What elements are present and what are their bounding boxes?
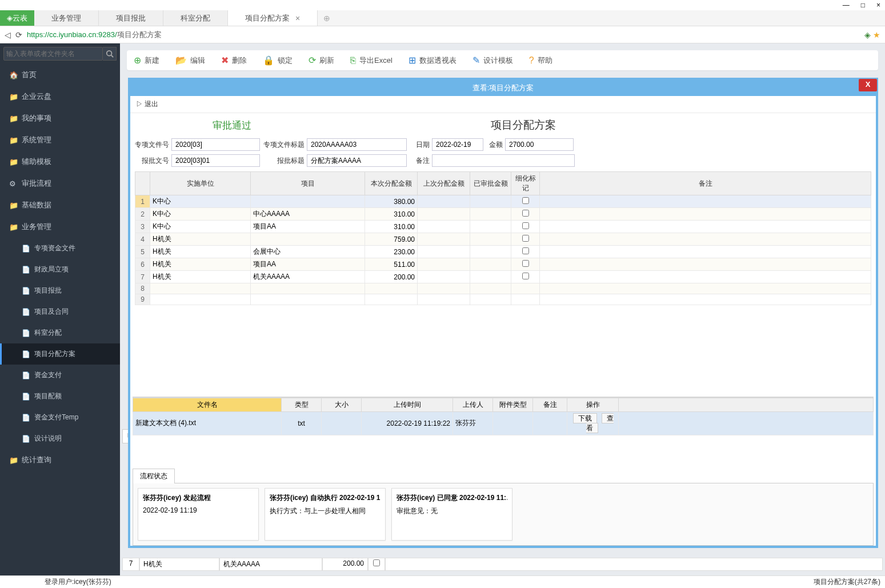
nav-sub-quota[interactable]: 📄项目配额 <box>0 386 120 407</box>
fcol-name[interactable]: 文件名 <box>133 398 282 411</box>
edit-button[interactable]: 📂编辑 <box>175 55 205 66</box>
tab-business[interactable]: 业务管理 <box>34 10 99 26</box>
nav-sub-fund[interactable]: 📄专项资金文件 <box>0 238 120 259</box>
fcol-user[interactable]: 上传人 <box>453 398 493 411</box>
table-row[interactable]: 3K中心项目AA310.00 <box>135 221 871 233</box>
nav-sub-finance[interactable]: 📄财政局立项 <box>0 259 120 280</box>
new-button[interactable]: ⊕新建 <box>134 55 159 66</box>
lock-button[interactable]: 🔒锁定 <box>263 55 293 66</box>
nav-home[interactable]: 🏠首页 <box>0 64 120 86</box>
fcol-attype[interactable]: 附件类型 <box>493 398 533 411</box>
download-button[interactable]: 下载 <box>573 413 597 423</box>
search-button[interactable] <box>103 47 117 61</box>
nav-biz[interactable]: 📁业务管理 <box>0 216 120 238</box>
detail-checkbox[interactable] <box>522 197 529 204</box>
detail-checkbox[interactable] <box>522 222 529 229</box>
help-button[interactable]: ?帮助 <box>529 55 552 66</box>
nav-sub-paytemp[interactable]: 📄资金支付Temp <box>0 407 120 428</box>
nav-flow[interactable]: ⚙审批流程 <box>0 173 120 194</box>
table-row[interactable]: 5H机关会展中心230.00 <box>135 246 871 258</box>
refresh-button[interactable]: ⟳ <box>15 30 22 39</box>
table-row[interactable]: 6H机关项目AA511.00 <box>135 258 871 271</box>
nav-sub-allocation[interactable]: 📄项目分配方案 <box>0 343 120 365</box>
bg-checkbox[interactable] <box>373 559 380 566</box>
fcol-op[interactable]: 操作 <box>567 398 619 411</box>
exit-button[interactable]: ▷ 退出 <box>136 100 158 108</box>
modal: 查看:项目分配方案 X ▷ 退出 审批通过 项目分配方案 专项文件号 专项文件标… <box>128 78 878 548</box>
star-icon[interactable]: ★ <box>873 30 880 39</box>
fcol-size[interactable]: 大小 <box>322 398 362 411</box>
ext-icon[interactable]: ◈ <box>864 30 871 39</box>
nav-sub-dept[interactable]: 📄科室分配 <box>0 322 120 343</box>
fcol-type[interactable]: 类型 <box>282 398 322 411</box>
doc-icon: 📄 <box>22 414 30 422</box>
refresh-toolbar-button[interactable]: ⟳刷新 <box>309 55 334 66</box>
cell-prev <box>418 208 470 221</box>
table-row[interactable]: 4H机关759.00 <box>135 233 871 246</box>
nav-sub-approval[interactable]: 📄项目报批 <box>0 280 120 301</box>
col-prev[interactable]: 上次分配金额 <box>418 172 470 195</box>
table-row[interactable]: 9 <box>135 294 871 305</box>
col-approved[interactable]: 已审批金额 <box>470 172 511 195</box>
flow-card[interactable]: 张芬芬(icey) 自动执行 2022-02-19 1… 执行方式：与上一步处理… <box>265 488 386 541</box>
close-window-button[interactable]: × <box>876 1 880 9</box>
approve-title-input[interactable] <box>307 154 407 167</box>
col-remark[interactable]: 备注 <box>540 172 871 195</box>
delete-button[interactable]: ✖删除 <box>221 55 247 66</box>
nav-sub-contract[interactable]: 📄项目及合同 <box>0 301 120 322</box>
col-unit[interactable]: 实施单位 <box>150 172 251 195</box>
col-detail[interactable]: 细化标记 <box>511 172 540 195</box>
remark-input[interactable] <box>432 154 575 167</box>
nav-label: 首页 <box>22 70 37 80</box>
flow-card[interactable]: 张芬芬(icey) 已同意 2022-02-19 11:… 审批意见：无 <box>391 488 512 541</box>
table-row[interactable]: 2K中心中心AAAAA310.00 <box>135 208 871 221</box>
detail-checkbox[interactable] <box>522 210 529 217</box>
nav-cloud[interactable]: 📁企业云盘 <box>0 86 120 107</box>
search-input[interactable] <box>3 47 103 61</box>
cell-prev <box>418 221 470 233</box>
flow-tab[interactable]: 流程状态 <box>133 469 175 483</box>
file-title-input[interactable] <box>307 138 407 151</box>
nav-system[interactable]: 📁系统管理 <box>0 129 120 151</box>
url-text[interactable]: https://cc.iyunbiao.cn:9283/项目分配方案 <box>27 30 864 40</box>
detail-checkbox[interactable] <box>522 247 529 254</box>
cell-chk <box>511 246 540 258</box>
file-row[interactable]: 新建文本文档 (4).txt txt 2022-02-19 11:19:22 张… <box>133 411 874 435</box>
tab-allocation[interactable]: 项目分配方案 × <box>228 10 318 26</box>
nav-aux[interactable]: 📁辅助模板 <box>0 151 120 173</box>
tab-approval[interactable]: 项目报批 <box>99 10 163 26</box>
amount-input[interactable] <box>505 138 574 151</box>
export-button[interactable]: ⎘导出Excel <box>350 55 393 66</box>
nav-my[interactable]: 📁我的事项 <box>0 107 120 129</box>
pivot-button[interactable]: ⊞数据透视表 <box>409 55 456 66</box>
nav-stats[interactable]: 📁统计查询 <box>0 449 120 471</box>
nav-sub-design[interactable]: 📄设计说明 <box>0 428 120 449</box>
maximize-button[interactable]: □ <box>861 1 865 9</box>
design-button[interactable]: ✎设计模板 <box>472 55 513 66</box>
file-no-input[interactable] <box>171 138 260 151</box>
detail-checkbox[interactable] <box>522 235 529 242</box>
fcol-remark[interactable]: 备注 <box>533 398 567 411</box>
table-row[interactable]: 1K中心380.00 <box>135 195 871 208</box>
table-row[interactable]: 8 <box>135 283 871 294</box>
tab-close-icon[interactable]: × <box>295 14 300 23</box>
approve-no-input[interactable] <box>171 154 260 167</box>
col-amt[interactable]: 本次分配金额 <box>365 172 418 195</box>
table-row[interactable]: 7H机关机关AAAAA200.00 <box>135 271 871 283</box>
cell-unit: K中心 <box>150 195 251 208</box>
nav-sub-pay[interactable]: 📄资金支付 <box>0 365 120 386</box>
back-button[interactable]: ◁ <box>5 30 11 39</box>
detail-checkbox[interactable] <box>522 273 529 279</box>
doc-icon: 📄 <box>22 350 30 358</box>
date-input[interactable] <box>432 138 483 151</box>
col-proj[interactable]: 项目 <box>251 172 365 195</box>
tab-add-button[interactable]: ⊕ <box>318 10 336 26</box>
cell-amt: 310.00 <box>365 208 418 221</box>
detail-checkbox[interactable] <box>522 260 529 267</box>
tab-dept[interactable]: 科室分配 <box>163 10 228 26</box>
modal-close-button[interactable]: X <box>859 79 877 91</box>
fcol-time[interactable]: 上传时间 <box>362 398 453 411</box>
flow-card[interactable]: 张芬芬(icey) 发起流程 2022-02-19 11:19 <box>138 488 259 541</box>
nav-base[interactable]: 📁基础数据 <box>0 194 120 216</box>
minimize-button[interactable]: — <box>843 1 850 9</box>
